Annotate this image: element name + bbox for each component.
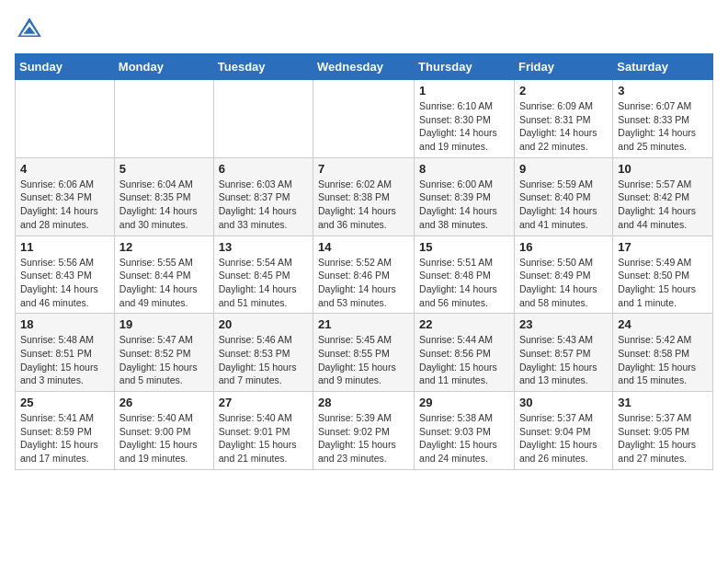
- day-info: Sunrise: 5:47 AM Sunset: 8:52 PM Dayligh…: [119, 333, 209, 387]
- day-number: 10: [618, 162, 708, 176]
- calendar-cell: 29Sunrise: 5:38 AM Sunset: 9:03 PM Dayli…: [415, 392, 515, 470]
- day-info: Sunrise: 6:09 AM Sunset: 8:31 PM Dayligh…: [519, 99, 608, 154]
- day-info: Sunrise: 5:55 AM Sunset: 8:44 PM Dayligh…: [119, 256, 209, 310]
- calendar-week-row: 4Sunrise: 6:06 AM Sunset: 8:34 PM Daylig…: [16, 157, 713, 236]
- calendar-cell: 21Sunrise: 5:45 AM Sunset: 8:55 PM Dayli…: [313, 314, 415, 392]
- day-info: Sunrise: 5:41 AM Sunset: 8:59 PM Dayligh…: [20, 411, 109, 465]
- day-info: Sunrise: 5:40 AM Sunset: 9:01 PM Dayligh…: [219, 411, 308, 465]
- logo: [15, 15, 48, 44]
- day-info: Sunrise: 6:10 AM Sunset: 8:30 PM Dayligh…: [419, 99, 509, 154]
- calendar-cell: 25Sunrise: 5:41 AM Sunset: 8:59 PM Dayli…: [16, 392, 115, 470]
- calendar-week-row: 11Sunrise: 5:56 AM Sunset: 8:43 PM Dayli…: [16, 236, 713, 314]
- day-info: Sunrise: 6:03 AM Sunset: 8:37 PM Dayligh…: [219, 178, 308, 232]
- day-number: 13: [219, 240, 308, 254]
- calendar-cell: [213, 80, 313, 158]
- calendar-cell: 17Sunrise: 5:49 AM Sunset: 8:50 PM Dayli…: [613, 236, 713, 314]
- day-number: 19: [119, 317, 209, 331]
- calendar-table: SundayMondayTuesdayWednesdayThursdayFrid…: [15, 53, 713, 470]
- calendar-cell: 8Sunrise: 6:00 AM Sunset: 8:39 PM Daylig…: [415, 157, 515, 236]
- calendar-cell: [16, 80, 115, 158]
- day-number: 2: [519, 84, 608, 98]
- day-info: Sunrise: 5:42 AM Sunset: 8:58 PM Dayligh…: [618, 333, 708, 387]
- calendar-cell: 20Sunrise: 5:46 AM Sunset: 8:53 PM Dayli…: [213, 314, 313, 392]
- calendar-header-thursday: Thursday: [415, 54, 515, 80]
- day-number: 17: [618, 240, 708, 254]
- day-info: Sunrise: 5:40 AM Sunset: 9:00 PM Dayligh…: [119, 411, 209, 465]
- day-info: Sunrise: 5:39 AM Sunset: 9:02 PM Dayligh…: [318, 411, 409, 465]
- page-header: [15, 15, 713, 44]
- calendar-header-wednesday: Wednesday: [313, 54, 415, 80]
- day-info: Sunrise: 5:43 AM Sunset: 8:57 PM Dayligh…: [519, 333, 608, 387]
- day-number: 12: [119, 240, 209, 254]
- calendar-cell: 16Sunrise: 5:50 AM Sunset: 8:49 PM Dayli…: [514, 236, 612, 314]
- day-number: 31: [618, 396, 708, 409]
- calendar-cell: [114, 80, 213, 158]
- day-number: 18: [20, 317, 109, 331]
- day-number: 16: [519, 240, 608, 254]
- day-info: Sunrise: 5:57 AM Sunset: 8:42 PM Dayligh…: [618, 178, 708, 232]
- day-number: 14: [318, 240, 409, 254]
- calendar-header-sunday: Sunday: [16, 54, 115, 80]
- day-number: 6: [219, 162, 308, 176]
- calendar-header-friday: Friday: [514, 54, 612, 80]
- day-info: Sunrise: 5:38 AM Sunset: 9:03 PM Dayligh…: [419, 411, 509, 465]
- calendar-cell: 5Sunrise: 6:04 AM Sunset: 8:35 PM Daylig…: [114, 157, 213, 236]
- calendar-cell: 4Sunrise: 6:06 AM Sunset: 8:34 PM Daylig…: [16, 157, 115, 236]
- day-info: Sunrise: 5:59 AM Sunset: 8:40 PM Dayligh…: [519, 178, 608, 232]
- calendar-header-saturday: Saturday: [613, 54, 713, 80]
- calendar-cell: 2Sunrise: 6:09 AM Sunset: 8:31 PM Daylig…: [514, 80, 612, 158]
- day-info: Sunrise: 5:56 AM Sunset: 8:43 PM Dayligh…: [20, 256, 109, 310]
- day-number: 26: [119, 396, 209, 409]
- day-number: 1: [419, 84, 509, 98]
- day-info: Sunrise: 6:02 AM Sunset: 8:38 PM Dayligh…: [318, 178, 409, 232]
- day-info: Sunrise: 5:37 AM Sunset: 9:05 PM Dayligh…: [618, 411, 708, 465]
- day-info: Sunrise: 5:37 AM Sunset: 9:04 PM Dayligh…: [519, 411, 608, 465]
- day-number: 22: [419, 317, 509, 331]
- day-info: Sunrise: 5:51 AM Sunset: 8:48 PM Dayligh…: [419, 256, 509, 310]
- calendar-cell: 11Sunrise: 5:56 AM Sunset: 8:43 PM Dayli…: [16, 236, 115, 314]
- day-info: Sunrise: 5:46 AM Sunset: 8:53 PM Dayligh…: [219, 333, 308, 387]
- calendar-cell: 27Sunrise: 5:40 AM Sunset: 9:01 PM Dayli…: [213, 392, 313, 470]
- calendar-cell: 22Sunrise: 5:44 AM Sunset: 8:56 PM Dayli…: [415, 314, 515, 392]
- calendar-cell: 23Sunrise: 5:43 AM Sunset: 8:57 PM Dayli…: [514, 314, 612, 392]
- calendar-week-row: 25Sunrise: 5:41 AM Sunset: 8:59 PM Dayli…: [16, 392, 713, 470]
- day-number: 29: [419, 396, 509, 409]
- day-info: Sunrise: 5:48 AM Sunset: 8:51 PM Dayligh…: [20, 333, 109, 387]
- day-number: 3: [618, 84, 708, 98]
- day-info: Sunrise: 6:07 AM Sunset: 8:33 PM Dayligh…: [618, 99, 708, 154]
- day-number: 11: [20, 240, 109, 254]
- calendar-week-row: 18Sunrise: 5:48 AM Sunset: 8:51 PM Dayli…: [16, 314, 713, 392]
- calendar-cell: 28Sunrise: 5:39 AM Sunset: 9:02 PM Dayli…: [313, 392, 415, 470]
- day-number: 20: [219, 317, 308, 331]
- calendar-cell: 24Sunrise: 5:42 AM Sunset: 8:58 PM Dayli…: [613, 314, 713, 392]
- calendar-cell: [313, 80, 415, 158]
- day-info: Sunrise: 5:52 AM Sunset: 8:46 PM Dayligh…: [318, 256, 409, 310]
- day-number: 30: [519, 396, 608, 409]
- day-number: 15: [419, 240, 509, 254]
- calendar-header-row: SundayMondayTuesdayWednesdayThursdayFrid…: [16, 54, 713, 80]
- day-number: 24: [618, 317, 708, 331]
- calendar-cell: 13Sunrise: 5:54 AM Sunset: 8:45 PM Dayli…: [213, 236, 313, 314]
- day-info: Sunrise: 6:00 AM Sunset: 8:39 PM Dayligh…: [419, 178, 509, 232]
- calendar-cell: 6Sunrise: 6:03 AM Sunset: 8:37 PM Daylig…: [213, 157, 313, 236]
- calendar-cell: 3Sunrise: 6:07 AM Sunset: 8:33 PM Daylig…: [613, 80, 713, 158]
- day-info: Sunrise: 5:50 AM Sunset: 8:49 PM Dayligh…: [519, 256, 608, 310]
- day-info: Sunrise: 6:04 AM Sunset: 8:35 PM Dayligh…: [119, 178, 209, 232]
- day-number: 25: [20, 396, 109, 409]
- day-info: Sunrise: 5:54 AM Sunset: 8:45 PM Dayligh…: [219, 256, 308, 310]
- calendar-cell: 19Sunrise: 5:47 AM Sunset: 8:52 PM Dayli…: [114, 314, 213, 392]
- calendar-cell: 31Sunrise: 5:37 AM Sunset: 9:05 PM Dayli…: [613, 392, 713, 470]
- calendar-cell: 26Sunrise: 5:40 AM Sunset: 9:00 PM Dayli…: [114, 392, 213, 470]
- calendar-cell: 9Sunrise: 5:59 AM Sunset: 8:40 PM Daylig…: [514, 157, 612, 236]
- day-info: Sunrise: 5:44 AM Sunset: 8:56 PM Dayligh…: [419, 333, 509, 387]
- calendar-week-row: 1Sunrise: 6:10 AM Sunset: 8:30 PM Daylig…: [16, 80, 713, 158]
- day-number: 5: [119, 162, 209, 176]
- calendar-header-monday: Monday: [114, 54, 213, 80]
- day-number: 7: [318, 162, 409, 176]
- logo-icon: [15, 15, 44, 44]
- day-number: 27: [219, 396, 308, 409]
- calendar-cell: 14Sunrise: 5:52 AM Sunset: 8:46 PM Dayli…: [313, 236, 415, 314]
- day-info: Sunrise: 5:45 AM Sunset: 8:55 PM Dayligh…: [318, 333, 409, 387]
- calendar-cell: 1Sunrise: 6:10 AM Sunset: 8:30 PM Daylig…: [415, 80, 515, 158]
- calendar-cell: 15Sunrise: 5:51 AM Sunset: 8:48 PM Dayli…: [415, 236, 515, 314]
